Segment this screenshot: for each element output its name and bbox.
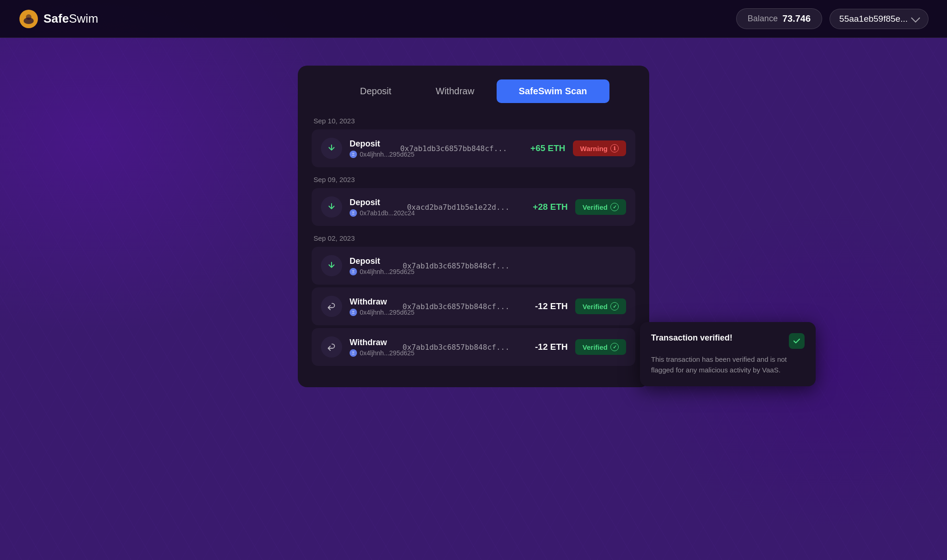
eth-icon: Ξ — [350, 349, 357, 357]
tx-badge: Verified ✓ — [575, 339, 626, 355]
tx-type: Deposit — [350, 139, 393, 149]
eth-icon: Ξ — [350, 209, 357, 217]
warning-badge[interactable]: Warning ℹ — [573, 140, 626, 156]
tx-hash: 0x7ab1db3c6857bb848cf... — [403, 302, 510, 311]
tooltip-header: Transaction verified! — [651, 333, 805, 349]
app-header: SafeSwim Balance 73.746 55aa1eb59f85e... — [0, 0, 947, 38]
section-date-3: Sep 02, 2023 — [312, 234, 635, 242]
tx-from: Ξ 0x4ljhnh...295d625 — [350, 151, 393, 158]
tx-type: Deposit — [350, 256, 395, 266]
transaction-row: Deposit Ξ 0x4ljhnh...295d625 0x7ab1db3c6… — [312, 129, 635, 167]
tx-type: Withdraw — [350, 338, 395, 347]
eth-icon: Ξ — [350, 268, 357, 275]
verified-tooltip: Transaction verified! This transaction h… — [640, 322, 816, 386]
tx-type: Withdraw — [350, 297, 395, 307]
section-date-2: Sep 09, 2023 — [312, 176, 635, 183]
tab-deposit[interactable]: Deposit — [338, 79, 413, 103]
tx-from: Ξ 0x4ljhnh...295d625 — [350, 349, 395, 357]
tx-info: Deposit Ξ 0x4ljhnh...295d625 — [350, 139, 393, 158]
tx-from-address: 0x7ab1db...202c24 — [360, 209, 415, 217]
wallet-address-text: 55aa1eb59f85e... — [839, 14, 908, 24]
main-card: Deposit Withdraw SafeSwim Scan Sep 10, 2… — [298, 66, 649, 387]
verified-label: Verified — [583, 343, 608, 351]
transaction-row: Deposit Ξ 0x4ljhnh...295d625 0x7ab1db3c6… — [312, 247, 635, 285]
tx-from: Ξ 0x7ab1db...202c24 — [350, 209, 400, 217]
tx-info: Withdraw Ξ 0x4ljhnh...295d625 — [350, 297, 395, 316]
tx-amount: +65 ETH — [515, 143, 566, 153]
tx-from: Ξ 0x4ljhnh...295d625 — [350, 309, 395, 316]
balance-label: Balance — [748, 14, 778, 24]
tx-info: Deposit Ξ 0x7ab1db...202c24 — [350, 198, 400, 217]
tx-amount: -12 ETH — [517, 342, 568, 352]
section-date-1: Sep 10, 2023 — [312, 117, 635, 125]
verified-icon: ✓ — [610, 343, 619, 351]
warning-icon: ℹ — [610, 144, 619, 152]
tabs-container: Deposit Withdraw SafeSwim Scan — [312, 79, 635, 103]
logo-icon — [18, 9, 39, 29]
warning-label: Warning — [580, 145, 608, 152]
tx-info: Deposit Ξ 0x4ljhnh...295d625 — [350, 256, 395, 275]
verified-label: Verified — [583, 303, 608, 310]
svg-point-2 — [26, 14, 31, 20]
verified-icon: ✓ — [610, 203, 619, 211]
verified-badge[interactable]: Verified ✓ — [575, 339, 626, 355]
verified-label: Verified — [583, 203, 608, 211]
tx-badge: Verified ✓ — [575, 298, 626, 314]
transaction-row: Withdraw Ξ 0x4ljhnh...295d625 0x7ab1db3c… — [312, 328, 635, 366]
header-right: Balance 73.746 55aa1eb59f85e... — [736, 8, 929, 29]
tab-safeswim-scan[interactable]: SafeSwim Scan — [497, 79, 609, 103]
transaction-row: Withdraw Ξ 0x4ljhnh...295d625 0x7ab1db3c… — [312, 287, 635, 325]
verified-icon: ✓ — [610, 302, 619, 310]
deposit-icon — [321, 196, 342, 218]
eth-icon: Ξ — [350, 151, 357, 158]
tooltip-title: Transaction verified! — [651, 333, 732, 343]
tx-from: Ξ 0x4ljhnh...295d625 — [350, 268, 395, 275]
tx-hash: 0xacd2ba7bd1b5e1e22d... — [407, 203, 510, 212]
tooltip-check-icon — [789, 333, 805, 349]
tx-info: Withdraw Ξ 0x4ljhnh...295d625 — [350, 338, 395, 357]
chevron-down-icon — [911, 13, 920, 23]
deposit-icon — [321, 255, 342, 276]
tx-amount: -12 ETH — [517, 301, 568, 311]
tx-badge: Warning ℹ — [573, 140, 626, 156]
eth-icon: Ξ — [350, 309, 357, 316]
tx-hash: 0x7ab1db3c6857bb848cf... — [403, 262, 510, 270]
verified-badge[interactable]: Verified ✓ — [575, 298, 626, 314]
logo: SafeSwim — [18, 9, 98, 29]
transaction-row: Deposit Ξ 0x7ab1db...202c24 0xacd2ba7bd1… — [312, 188, 635, 226]
wallet-address-button[interactable]: 55aa1eb59f85e... — [830, 9, 929, 29]
tx-badge: Verified ✓ — [575, 199, 626, 215]
tx-hash: 0x7ab1db3c6857bb848cf... — [400, 144, 507, 153]
main-content: Deposit Withdraw SafeSwim Scan Sep 10, 2… — [0, 38, 947, 387]
logo-text: SafeSwim — [43, 12, 98, 26]
tooltip-body: This transaction has been verified and i… — [651, 354, 805, 375]
withdraw-icon — [321, 296, 342, 317]
tx-type: Deposit — [350, 198, 400, 207]
tx-hash: 0x7ab1db3c6857bb848cf... — [403, 343, 510, 352]
balance-display: Balance 73.746 — [736, 8, 822, 29]
balance-amount: 73.746 — [782, 13, 811, 24]
withdraw-icon — [321, 336, 342, 358]
tab-withdraw[interactable]: Withdraw — [413, 79, 496, 103]
verified-badge[interactable]: Verified ✓ — [575, 199, 626, 215]
tx-amount: +28 ETH — [517, 202, 568, 212]
deposit-icon — [321, 138, 342, 159]
